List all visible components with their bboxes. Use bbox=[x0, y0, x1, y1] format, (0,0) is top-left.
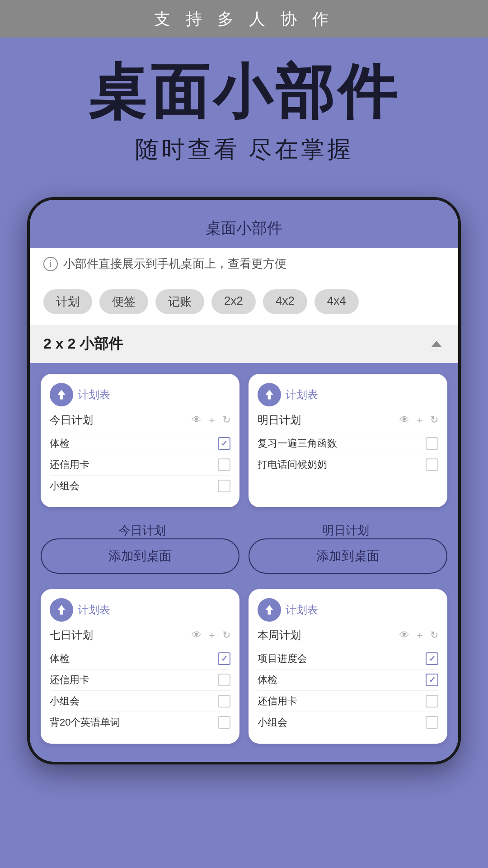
section-header: 2 x 2 小部件 bbox=[30, 325, 458, 363]
task-item: 背20个英语单词 bbox=[50, 712, 230, 733]
task-item: 小组会 bbox=[50, 475, 230, 496]
task-item: 体检 bbox=[50, 433, 230, 454]
add-to-desktop-btn-today[interactable]: 添加到桌面 bbox=[41, 538, 239, 574]
widget-label-today: 今日计划 bbox=[119, 523, 166, 538]
widget-row-label-week: 本周计划 bbox=[258, 628, 301, 642]
checkbox-unchecked[interactable] bbox=[218, 480, 230, 492]
task-label: 背20个英语单词 bbox=[50, 716, 120, 729]
phone-inner: 桌面小部件 i 小部件直接展示到手机桌面上，查看更方便 计划 便签 记账 2x2… bbox=[30, 200, 458, 762]
plus-icon[interactable]: ＋ bbox=[207, 413, 217, 427]
add-buttons-row: 添加到桌面 添加到桌面 bbox=[30, 538, 458, 585]
tab-2x2[interactable]: 2x2 bbox=[211, 289, 256, 314]
refresh-icon[interactable]: ↻ bbox=[222, 414, 230, 426]
widgets-grid-row1: 计划表 今日计划 👁 ＋ ↻ 体检 还信用卡 bbox=[30, 363, 458, 518]
top-bar-text: 支 持 多 人 协 作 bbox=[154, 9, 334, 28]
widget-icon-week bbox=[258, 598, 281, 622]
plus-icon[interactable]: ＋ bbox=[415, 413, 425, 427]
task-item: 项目进度会 bbox=[258, 648, 438, 669]
task-item: 还信用卡 bbox=[50, 454, 230, 475]
chevron-up-icon[interactable] bbox=[428, 336, 445, 352]
widget-label-row: 今日计划 明日计划 bbox=[30, 518, 458, 538]
checkbox-unchecked[interactable] bbox=[218, 674, 230, 686]
task-item: 体检 bbox=[258, 669, 438, 690]
task-label: 复习一遍三角函数 bbox=[258, 437, 337, 450]
widget-row-title-7day: 七日计划 👁 ＋ ↻ bbox=[50, 628, 230, 642]
task-label: 还信用卡 bbox=[258, 694, 297, 708]
checkbox-unchecked[interactable] bbox=[218, 695, 230, 708]
widget-label-tomorrow: 明日计划 bbox=[322, 523, 369, 538]
widgets-grid-row2: 计划表 七日计划 👁 ＋ ↻ 体检 还信用卡 bbox=[30, 585, 458, 744]
widget-screen-header: 桌面小部件 bbox=[30, 200, 458, 248]
task-label: 小组会 bbox=[50, 694, 80, 708]
refresh-icon[interactable]: ↻ bbox=[222, 629, 230, 641]
widget-card-week: 计划表 本周计划 👁 ＋ ↻ 项目进度会 体检 bbox=[249, 589, 447, 744]
plus-icon[interactable]: ＋ bbox=[207, 628, 217, 642]
tab-4x2[interactable]: 4x2 bbox=[263, 289, 307, 314]
checkbox-unchecked[interactable] bbox=[218, 458, 230, 471]
widget-title-today: 计划表 bbox=[78, 387, 110, 402]
widget-card-header-today: 计划表 bbox=[50, 383, 230, 406]
checkbox-checked[interactable] bbox=[218, 652, 230, 665]
widget-actions-today: 👁 ＋ ↻ bbox=[192, 413, 230, 427]
task-item: 体检 bbox=[50, 648, 230, 669]
plus-icon[interactable]: ＋ bbox=[415, 628, 425, 642]
task-item: 还信用卡 bbox=[50, 669, 230, 690]
task-item: 还信用卡 bbox=[258, 690, 438, 712]
widget-card-header-week: 计划表 bbox=[258, 598, 438, 622]
task-item: 小组会 bbox=[50, 690, 230, 712]
checkbox-checked[interactable] bbox=[218, 437, 230, 450]
widget-actions-tomorrow: 👁 ＋ ↻ bbox=[399, 413, 438, 427]
task-label: 体检 bbox=[50, 437, 70, 450]
tab-plan[interactable]: 计划 bbox=[43, 289, 92, 314]
tab-sticky[interactable]: 便签 bbox=[99, 289, 148, 314]
widget-title-week: 计划表 bbox=[286, 603, 318, 617]
task-label: 项目进度会 bbox=[258, 652, 307, 665]
widget-row-label-today: 今日计划 bbox=[50, 413, 93, 427]
add-to-desktop-btn-tomorrow[interactable]: 添加到桌面 bbox=[249, 538, 447, 574]
widget-card-today: 计划表 今日计划 👁 ＋ ↻ 体检 还信用卡 bbox=[41, 374, 239, 507]
info-bar: i 小部件直接展示到手机桌面上，查看更方便 bbox=[30, 248, 458, 280]
checkbox-unchecked[interactable] bbox=[218, 716, 230, 729]
widget-row-title-tomorrow: 明日计划 👁 ＋ ↻ bbox=[258, 413, 438, 427]
widget-icon-today bbox=[50, 383, 73, 406]
task-label: 小组会 bbox=[50, 479, 80, 493]
checkbox-unchecked[interactable] bbox=[426, 695, 438, 708]
task-label: 体检 bbox=[258, 673, 277, 687]
widget-card-header-7day: 计划表 bbox=[50, 598, 230, 622]
refresh-icon[interactable]: ↻ bbox=[430, 629, 438, 641]
tab-account[interactable]: 记账 bbox=[155, 289, 204, 314]
task-label: 小组会 bbox=[258, 716, 287, 729]
widget-row-title-today: 今日计划 👁 ＋ ↻ bbox=[50, 413, 230, 427]
refresh-icon[interactable]: ↻ bbox=[430, 414, 438, 426]
checkbox-unchecked[interactable] bbox=[426, 458, 438, 471]
eye-icon[interactable]: 👁 bbox=[192, 414, 202, 426]
widget-actions-7day: 👁 ＋ ↻ bbox=[192, 628, 230, 642]
task-label: 还信用卡 bbox=[50, 458, 89, 472]
checkbox-unchecked[interactable] bbox=[426, 437, 438, 450]
checkbox-unchecked[interactable] bbox=[426, 716, 438, 729]
eye-icon[interactable]: 👁 bbox=[192, 629, 202, 641]
top-bar: 支 持 多 人 协 作 bbox=[0, 0, 488, 38]
hero-section: 桌面小部件 随时查看 尽在掌握 bbox=[0, 38, 488, 184]
task-label: 还信用卡 bbox=[50, 673, 89, 687]
widget-icon-7day bbox=[50, 598, 73, 622]
widget-title-7day: 计划表 bbox=[78, 603, 110, 617]
eye-icon[interactable]: 👁 bbox=[399, 629, 409, 641]
hero-title: 桌面小部件 bbox=[27, 60, 461, 125]
checkbox-checked[interactable] bbox=[426, 674, 438, 686]
task-label: 打电话问候奶奶 bbox=[258, 458, 327, 472]
widget-row-label-tomorrow: 明日计划 bbox=[258, 413, 301, 427]
widget-card-tomorrow: 计划表 明日计划 👁 ＋ ↻ 复习一遍三角函数 打电话问候奶奶 bbox=[249, 374, 447, 507]
info-icon: i bbox=[43, 257, 58, 271]
tab-4x4[interactable]: 4x4 bbox=[314, 289, 359, 314]
checkbox-checked[interactable] bbox=[426, 652, 438, 665]
task-item: 小组会 bbox=[258, 712, 438, 733]
widget-card-header-tomorrow: 计划表 bbox=[258, 383, 438, 406]
eye-icon[interactable]: 👁 bbox=[399, 414, 409, 426]
widget-icon-tomorrow bbox=[258, 383, 281, 406]
widget-actions-week: 👁 ＋ ↻ bbox=[399, 628, 438, 642]
widget-title-tomorrow: 计划表 bbox=[286, 387, 318, 402]
task-label: 体检 bbox=[50, 652, 70, 665]
filter-tabs: 计划 便签 记账 2x2 4x2 4x4 bbox=[30, 280, 458, 325]
task-item: 复习一遍三角函数 bbox=[258, 433, 438, 454]
